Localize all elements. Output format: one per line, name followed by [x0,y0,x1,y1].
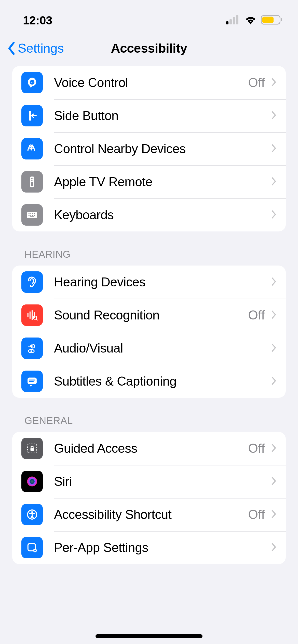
row-label: Apple TV Remote [54,174,271,189]
chevron-right-icon [271,277,277,287]
row-label: Keyboards [54,208,271,222]
svg-rect-33 [28,377,37,384]
section-header: HEARING [12,249,286,266]
chevron-right-icon [271,77,277,88]
apple-tv-remote-icon [21,171,43,193]
row-guided-access[interactable]: Guided Access Off [12,432,286,465]
row-label: Guided Access [54,441,248,456]
battery-icon [261,15,283,26]
hearing-devices-icon [21,271,43,293]
row-label: Subtitles & Captioning [54,374,271,389]
row-siri[interactable]: Siri [12,465,286,498]
per-app-settings-icon [21,537,43,558]
wifi-icon [244,15,257,26]
svg-point-23 [34,215,35,216]
row-label: Voice Control [54,75,248,90]
row-label: Siri [54,474,271,489]
section-header: GENERAL [12,415,286,432]
row-label: Sound Recognition [54,308,248,323]
svg-rect-6 [281,18,282,21]
chevron-right-icon [271,143,277,154]
section-physical: Voice Control Off Side Button Control Ne… [12,66,286,231]
svg-point-19 [34,213,35,214]
chevron-right-icon [271,443,277,454]
row-label: Hearing Devices [54,275,271,289]
svg-rect-14 [31,182,33,186]
chevron-right-icon [271,110,277,121]
chevron-right-icon [271,343,277,354]
row-accessibility-shortcut[interactable]: Accessibility Shortcut Off [12,498,286,531]
row-sound-recognition[interactable]: Sound Recognition Off [12,299,286,332]
row-value: Off [248,75,265,90]
svg-point-11 [32,178,33,179]
row-control-nearby-devices[interactable]: Control Nearby Devices [12,132,286,165]
svg-rect-2 [233,17,235,24]
nav-header: Settings Accessibility [0,31,298,66]
control-nearby-devices-icon [21,138,43,159]
svg-rect-5 [262,17,274,23]
svg-rect-1 [229,19,232,24]
row-label: Accessibility Shortcut [54,507,248,522]
chevron-right-icon [271,310,277,320]
svg-point-10 [31,178,32,179]
section-general: GENERAL Guided Access Off Siri [12,415,286,564]
chevron-left-icon [7,41,16,55]
row-apple-tv-remote[interactable]: Apple TV Remote [12,165,286,198]
row-audio-visual[interactable]: Audio/Visual [12,332,286,365]
svg-point-41 [31,511,33,513]
row-label: Side Button [54,108,271,123]
sound-recognition-icon [21,304,43,326]
status-time: 12:03 [23,13,52,27]
keyboard-icon [21,204,43,226]
chevron-right-icon [271,376,277,387]
accessibility-shortcut-icon [21,504,43,525]
row-side-button[interactable]: Side Button [12,99,286,132]
status-indicators [226,15,283,26]
svg-rect-24 [30,216,34,217]
voice-control-icon [21,72,43,93]
svg-point-21 [30,215,31,216]
svg-point-39 [30,479,35,484]
chevron-right-icon [271,509,277,520]
row-value: Off [248,308,265,323]
back-button[interactable]: Settings [7,41,64,56]
row-label: Audio/Visual [54,341,271,356]
audio-visual-icon [21,338,43,359]
status-bar: 12:03 [0,0,298,31]
svg-rect-0 [226,21,228,24]
chevron-right-icon [271,177,277,187]
svg-point-13 [32,180,33,181]
svg-line-30 [36,319,37,320]
svg-point-22 [32,215,33,216]
row-value: Off [248,441,265,456]
chevron-right-icon [271,210,277,220]
subtitles-icon [21,371,43,392]
svg-point-32 [31,350,32,352]
svg-rect-8 [29,111,31,121]
svg-point-18 [32,213,33,214]
svg-rect-37 [31,448,34,451]
home-indicator [96,634,202,638]
cellular-icon [226,15,240,25]
chevron-right-icon [271,542,277,553]
siri-icon [21,471,43,492]
section-hearing: HEARING Hearing Devices Sound Recognitio… [12,249,286,398]
row-per-app-settings[interactable]: Per-App Settings [12,531,286,564]
row-hearing-devices[interactable]: Hearing Devices [12,266,286,299]
guided-access-icon [21,438,43,459]
svg-point-16 [29,213,30,214]
back-label: Settings [18,41,64,56]
svg-point-20 [29,215,30,216]
row-label: Per-App Settings [54,540,271,555]
svg-point-17 [30,213,31,214]
svg-point-12 [31,180,32,181]
row-voice-control[interactable]: Voice Control Off [12,66,286,99]
svg-rect-3 [236,15,238,24]
row-value: Off [248,507,265,522]
chevron-right-icon [271,476,277,487]
row-subtitles-captioning[interactable]: Subtitles & Captioning [12,365,286,398]
row-keyboards[interactable]: Keyboards [12,198,286,231]
row-label: Control Nearby Devices [54,141,271,156]
side-button-icon [21,105,43,126]
